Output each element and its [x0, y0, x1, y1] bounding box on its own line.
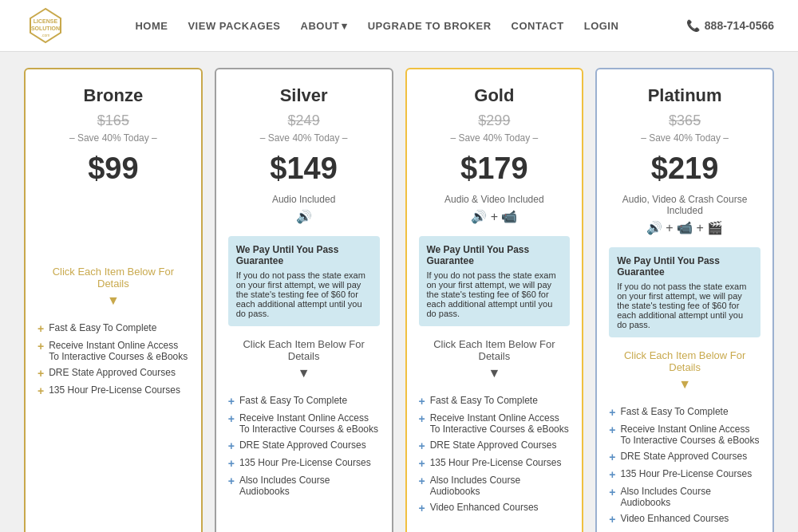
- list-item: +Fast & Easy To Complete: [228, 392, 380, 410]
- silver-icons: 🔊: [228, 209, 380, 224]
- platinum-features: +Fast & Easy To Complete +Receive Instan…: [609, 404, 760, 528]
- list-item: +Receive Instant Online Access To Intera…: [419, 410, 571, 437]
- plus-icon: +: [609, 424, 615, 436]
- platinum-arrow: ▼: [609, 377, 760, 392]
- platinum-save: – Save 40% Today –: [609, 132, 760, 144]
- plus-icon: +: [609, 513, 615, 526]
- gold-guarantee: We Pay Until You Pass Guarantee If you d…: [419, 236, 571, 326]
- plus-icon: +: [419, 475, 425, 487]
- gold-click-details[interactable]: Click Each Item Below For Details: [419, 338, 571, 362]
- silver-guarantee: We Pay Until You Pass Guarantee If you d…: [228, 236, 380, 326]
- plus-icon: +: [38, 384, 44, 397]
- main-content: Bronze $165 – Save 40% Today – $99 Click…: [0, 52, 798, 532]
- gold-arrow: ▼: [419, 366, 571, 380]
- nav-home[interactable]: HOME: [135, 20, 168, 32]
- plus-icon: +: [609, 406, 615, 419]
- nav-contact[interactable]: CONTACT: [512, 20, 564, 32]
- nav-about[interactable]: ABOUT ▾: [301, 20, 348, 32]
- list-item: +Receive Instant Online Access To Intera…: [228, 410, 380, 437]
- list-item: +Also Includes Course Audiobooks: [609, 483, 760, 510]
- silver-arrow: ▼: [228, 366, 380, 380]
- silver-save: – Save 40% Today –: [228, 132, 380, 144]
- chevron-down-icon: ▾: [342, 20, 348, 32]
- plus-icon: +: [38, 322, 44, 335]
- header: LICENSE SOLUTION .com HOME VIEW PACKAGES…: [0, 0, 798, 52]
- plus-icon: +: [419, 439, 425, 452]
- plus-icon: +: [228, 439, 235, 452]
- gold-price: $179: [419, 152, 571, 186]
- list-item: +Receive Instant Online Access To Intera…: [38, 337, 189, 365]
- list-item: +Fast & Easy To Complete: [609, 404, 760, 421]
- list-item: +Also Includes Course Audiobooks: [419, 472, 571, 499]
- pricing-cards-container: Bronze $165 – Save 40% Today – $99 Click…: [24, 68, 774, 532]
- bronze-click-details[interactable]: Click Each Item Below For Details: [38, 266, 189, 290]
- list-item: +Video Enhanced Courses: [609, 510, 760, 528]
- silver-guarantee-title: We Pay Until You Pass Guarantee: [236, 244, 372, 266]
- list-item: +DRE State Approved Courses: [609, 448, 760, 466]
- plus-icon: +: [609, 486, 615, 499]
- platinum-guarantee-text: If you do not pass the state exam on you…: [617, 282, 753, 329]
- platinum-guarantee-title: We Pay Until You Pass Guarantee: [617, 255, 753, 278]
- silver-guarantee-text: If you do not pass the state exam on you…: [236, 270, 372, 318]
- plus-icon: +: [38, 340, 44, 353]
- phone-icon: 📞: [686, 19, 700, 32]
- silver-includes: Audio Included: [228, 194, 380, 205]
- logo-area: LICENSE SOLUTION .com: [24, 6, 68, 45]
- svg-text:.com: .com: [41, 33, 50, 37]
- card-silver: Silver $249 – Save 40% Today – $149 Audi…: [215, 68, 393, 532]
- list-item: +Fast & Easy To Complete: [38, 320, 189, 337]
- platinum-includes: Audio, Video & Crash Course Included: [609, 194, 760, 216]
- list-item: +135 Hour Pre-License Courses: [228, 455, 380, 472]
- logo-icon: LICENSE SOLUTION .com: [24, 6, 68, 45]
- plus-icon: +: [38, 367, 44, 380]
- list-item: +DRE State Approved Courses: [419, 437, 571, 455]
- svg-text:SOLUTION: SOLUTION: [31, 26, 60, 31]
- platinum-click-details[interactable]: Click Each Item Below For Details: [609, 349, 760, 373]
- plus-icon: +: [419, 457, 425, 470]
- nav-login[interactable]: LOGIN: [584, 20, 619, 32]
- card-bronze: Bronze $165 – Save 40% Today – $99 Click…: [24, 68, 203, 532]
- bronze-arrow: ▼: [38, 294, 189, 308]
- phone-area: 📞 888-714-0566: [686, 19, 774, 32]
- bronze-features: +Fast & Easy To Complete +Receive Instan…: [38, 320, 189, 400]
- plus-icon: +: [609, 468, 615, 481]
- card-gold: Gold $299 – Save 40% Today – $179 Audio …: [405, 68, 584, 532]
- platinum-original-price: $365: [609, 112, 760, 129]
- silver-click-details[interactable]: Click Each Item Below For Details: [228, 338, 380, 362]
- gold-save: – Save 40% Today –: [419, 132, 571, 144]
- gold-guarantee-title: We Pay Until You Pass Guarantee: [427, 244, 563, 266]
- platinum-guarantee: We Pay Until You Pass Guarantee If you d…: [609, 247, 760, 337]
- plus-icon: +: [228, 412, 235, 425]
- plus-icon: +: [419, 412, 425, 425]
- gold-includes: Audio & Video Included: [419, 194, 571, 205]
- gold-icons: 🔊 + 📹: [419, 209, 571, 224]
- card-platinum: Platinum $365 – Save 40% Today – $219 Au…: [595, 68, 774, 532]
- plus-icon: +: [228, 395, 235, 408]
- plus-icon: +: [419, 395, 425, 408]
- silver-price: $149: [228, 152, 380, 186]
- list-item: +135 Hour Pre-License Courses: [38, 382, 189, 400]
- plus-icon: +: [609, 451, 615, 463]
- list-item: +Receive Instant Online Access To Intera…: [609, 421, 760, 448]
- bronze-spacer: [38, 194, 189, 266]
- main-nav: HOME VIEW PACKAGES ABOUT ▾ UPGRADE TO BR…: [135, 20, 618, 32]
- svg-text:LICENSE: LICENSE: [34, 18, 58, 24]
- plus-icon: +: [228, 457, 235, 470]
- list-item: +135 Hour Pre-License Courses: [609, 466, 760, 483]
- platinum-price: $219: [609, 152, 760, 186]
- platinum-title: Platinum: [609, 85, 760, 106]
- bronze-price: $99: [38, 152, 189, 186]
- bronze-title: Bronze: [38, 85, 189, 106]
- list-item: +DRE State Approved Courses: [38, 365, 189, 382]
- gold-original-price: $299: [419, 112, 571, 129]
- nav-view-packages[interactable]: VIEW PACKAGES: [188, 20, 280, 32]
- silver-features: +Fast & Easy To Complete +Receive Instan…: [228, 392, 380, 499]
- bronze-save: – Save 40% Today –: [38, 132, 189, 144]
- nav-upgrade-to-broker[interactable]: UPGRADE TO BROKER: [368, 20, 492, 32]
- list-item: +Video Enhanced Courses: [419, 499, 571, 517]
- list-item: +Fast & Easy To Complete: [419, 392, 571, 410]
- gold-title: Gold: [419, 85, 571, 106]
- silver-title: Silver: [228, 85, 380, 106]
- phone-number: 888-714-0566: [705, 19, 774, 32]
- list-item: +Also Includes Course Audiobooks: [228, 472, 380, 499]
